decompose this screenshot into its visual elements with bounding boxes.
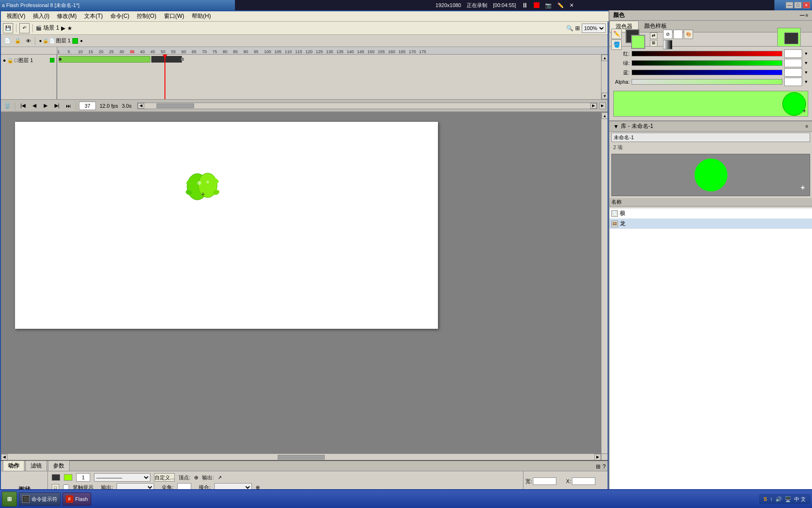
start-button[interactable]: ⊞ bbox=[2, 492, 17, 507]
tray-speaker-icon[interactable]: 🔊 bbox=[775, 496, 782, 502]
canvas-scroll-up[interactable]: ▲ bbox=[601, 112, 608, 119]
close-rec-button[interactable]: ✕ bbox=[570, 2, 574, 8]
fill-color-picker[interactable] bbox=[64, 474, 72, 481]
first-frame-button[interactable]: |◀ bbox=[18, 101, 28, 111]
hscroll-thumb[interactable] bbox=[156, 103, 194, 108]
default-colors-button[interactable]: ⊠ bbox=[650, 40, 657, 47]
tab-filter[interactable]: 滤镜 bbox=[25, 460, 47, 471]
fill-swatch[interactable] bbox=[631, 35, 645, 49]
panel-help-icon[interactable]: ? bbox=[602, 463, 606, 470]
tab-params[interactable]: 参数 bbox=[48, 460, 70, 471]
menu-view[interactable]: 视图(V) bbox=[3, 11, 29, 21]
camera-button[interactable]: 📷 bbox=[545, 2, 552, 8]
canvas-hscroll-right[interactable]: ▶ bbox=[594, 454, 601, 460]
maximize-button[interactable]: □ bbox=[794, 2, 802, 8]
red-slider-track[interactable] bbox=[632, 51, 782, 56]
minimize-button[interactable]: — bbox=[786, 2, 793, 8]
menu-help[interactable]: 帮助(H) bbox=[188, 11, 215, 21]
menu-control[interactable]: 控制(O) bbox=[133, 11, 160, 21]
custom-stroke-button[interactable]: 自定义... bbox=[154, 473, 175, 482]
taskbar-flash-button[interactable]: F Flash bbox=[62, 492, 91, 506]
layer-eye-icon[interactable]: ● bbox=[39, 38, 42, 43]
add-layer-button[interactable]: 📄 bbox=[3, 36, 12, 46]
alpha-value-input[interactable]: 100% bbox=[784, 78, 802, 86]
menu-window[interactable]: 窗口(W) bbox=[160, 11, 188, 21]
hscroll-right[interactable]: ▶ bbox=[590, 103, 597, 109]
menu-command[interactable]: 命令(C) bbox=[107, 11, 133, 21]
scroll-up[interactable]: ▲ bbox=[601, 55, 608, 61]
lock-layer-button[interactable]: 🔒 bbox=[13, 36, 23, 46]
stroke-color-picker[interactable] bbox=[52, 474, 60, 481]
last-frame-button[interactable]: ⏭ bbox=[63, 101, 73, 111]
save-button[interactable]: 💾 bbox=[3, 23, 13, 33]
white-color-button[interactable] bbox=[673, 30, 683, 39]
blue-value-input[interactable]: 102 bbox=[784, 68, 802, 77]
play-button[interactable]: ▶ bbox=[41, 101, 50, 111]
flash-task-icon: F bbox=[66, 495, 73, 503]
time-display: 3.0s bbox=[122, 103, 132, 109]
pen-tool[interactable]: ✏️ bbox=[611, 29, 622, 39]
swap-colors-button[interactable]: ⇄ bbox=[650, 32, 657, 39]
library-item-1[interactable]: 🎞️ 龙 bbox=[609, 219, 812, 229]
zoom-select[interactable]: 100% 50% 200% bbox=[582, 24, 606, 33]
library-item-0[interactable]: 📄 极 bbox=[609, 208, 812, 219]
tray-lang[interactable]: 中 文 bbox=[794, 496, 806, 503]
lib-menu-icon[interactable]: ≡ bbox=[805, 124, 808, 129]
menu-text[interactable]: 文本(T) bbox=[80, 11, 106, 21]
width-input[interactable]: 17.8 bbox=[533, 477, 556, 485]
layer-lock-toggle[interactable]: 🔒 bbox=[7, 57, 14, 64]
color-minimize-icon[interactable]: — bbox=[800, 13, 804, 18]
layer-eye-toggle[interactable]: ● bbox=[3, 57, 6, 63]
canvas-hscroll-left[interactable]: ◀ bbox=[1, 454, 8, 460]
layer-icon: 📄 bbox=[49, 38, 55, 43]
tray-network-icon[interactable]: 🖥️ bbox=[785, 496, 791, 502]
green-slider-row: 绿: 255 ▼ bbox=[613, 59, 808, 67]
pause-button[interactable]: ⏸ bbox=[522, 1, 528, 9]
eye-button[interactable]: 👁 bbox=[23, 36, 33, 46]
tab-action[interactable]: 动作 bbox=[3, 460, 24, 471]
green-value-input[interactable]: 255 bbox=[784, 59, 802, 67]
panel-expand-icon[interactable]: ⊞ bbox=[596, 463, 601, 470]
scroll-down[interactable]: ▼ bbox=[601, 93, 608, 99]
blue-slider-track[interactable] bbox=[632, 70, 782, 75]
taskbar-cmd-button[interactable]: ⬛ 命令提示符 bbox=[19, 492, 61, 506]
window-close-button[interactable]: ✕ bbox=[803, 2, 810, 8]
right-panel: 颜色 — ≡ 混色器 颜色样板 ✏️ 🪣 bbox=[609, 10, 812, 508]
menu-modify[interactable]: 修改(M) bbox=[53, 11, 80, 21]
red-slider-arrow[interactable]: ▼ bbox=[804, 51, 808, 56]
ruler-125: 125 bbox=[316, 49, 323, 54]
no-color-button[interactable]: ⊘ bbox=[663, 30, 672, 39]
pen-button[interactable]: ✏️ bbox=[557, 2, 564, 8]
prev-frame-button[interactable]: ◀ bbox=[30, 101, 39, 111]
stroke-width-input[interactable] bbox=[76, 473, 90, 482]
canvas-hscroll-thumb[interactable] bbox=[278, 455, 325, 460]
canvas-hscroll[interactable]: ◀ ▶ bbox=[1, 453, 601, 460]
tray-s-icon[interactable]: S bbox=[764, 496, 767, 502]
ruler-170: 170 bbox=[409, 49, 416, 54]
color-picker-button[interactable]: 🎨 bbox=[684, 30, 693, 39]
blue-slider-arrow[interactable]: ▼ bbox=[804, 70, 808, 75]
color-panel-menu[interactable]: ≡ bbox=[805, 13, 808, 18]
hscroll-expand[interactable]: ▶ bbox=[599, 103, 606, 109]
ruler-110: 110 bbox=[285, 49, 292, 54]
layer-lock-icon[interactable]: 🔒 bbox=[43, 38, 48, 43]
alpha-slider-arrow[interactable]: ▼ bbox=[804, 79, 808, 84]
timeline-vscroll[interactable]: ▲ ▼ bbox=[601, 55, 608, 99]
tray-up-icon[interactable]: ↑ bbox=[770, 496, 773, 502]
stroke-style-select[interactable]: ————— bbox=[94, 473, 150, 482]
menu-insert[interactable]: 插入(I) bbox=[29, 11, 53, 21]
playhead[interactable] bbox=[164, 55, 165, 99]
green-slider-arrow[interactable]: ▼ bbox=[804, 61, 808, 65]
hscroll-left[interactable]: ◀ bbox=[138, 103, 144, 109]
alpha-slider-track[interactable] bbox=[632, 79, 782, 85]
green-slider-track[interactable] bbox=[632, 60, 782, 66]
canvas-vscroll[interactable]: ▲ ▼ bbox=[601, 112, 608, 460]
frames-area[interactable] bbox=[57, 55, 601, 99]
stop-button[interactable] bbox=[534, 2, 539, 8]
alpha-label: Alpha: bbox=[613, 79, 630, 85]
delete-layer-button[interactable]: 🗑️ bbox=[3, 101, 12, 111]
lib-collapse-icon[interactable]: ▼ bbox=[613, 123, 619, 130]
x-input[interactable]: -7.2 bbox=[572, 477, 595, 485]
undo-button[interactable]: ↶ bbox=[19, 23, 30, 33]
next-frame-button[interactable]: ▶| bbox=[52, 101, 62, 111]
